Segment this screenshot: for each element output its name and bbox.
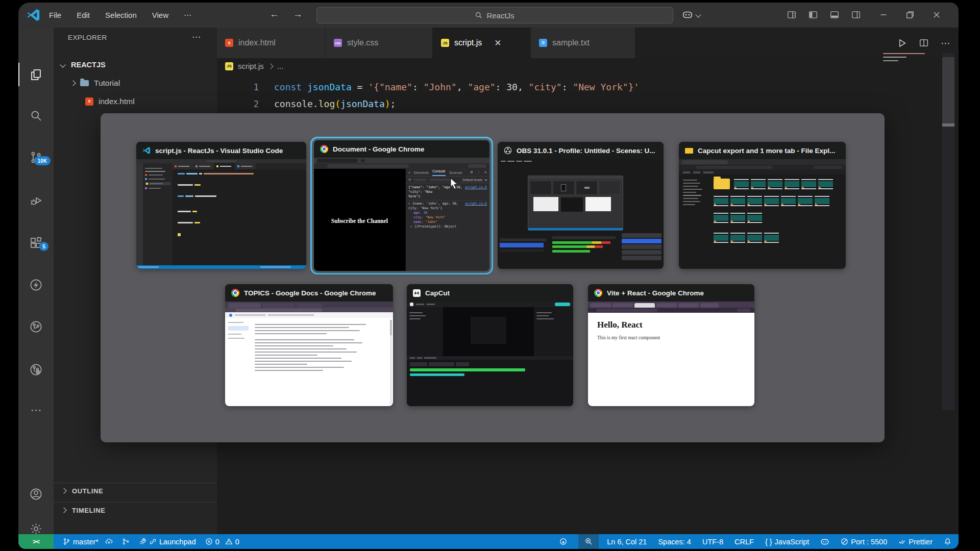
- subscribe-text: Subscribe the Channel: [314, 218, 405, 224]
- menu-view[interactable]: View: [152, 11, 168, 19]
- switcher-window-vscode[interactable]: script.js - ReactJs - Visual Studio Code: [136, 142, 306, 269]
- tree-root-reactjs[interactable]: REACTJS: [54, 57, 217, 72]
- folder-icon: [80, 80, 89, 86]
- switcher-window-vite-react[interactable]: Vite + React - Google Chrome Hello, Reac…: [588, 284, 754, 406]
- breadcrumb[interactable]: JS script.js ...: [217, 58, 283, 74]
- switcher-window-file-explorer[interactable]: Capcut export and 1 more tab - File Expl…: [679, 142, 846, 269]
- explorer-more-icon[interactable]: ⋯: [192, 32, 201, 42]
- html-file-icon: 5: [225, 39, 233, 47]
- problems-item[interactable]: 0 0: [205, 538, 239, 546]
- language-mode[interactable]: { } JavaScript: [765, 538, 809, 546]
- customize-layout-icon[interactable]: [787, 10, 796, 19]
- window-title: TOPICS - Google Docs - Google Chrome: [244, 289, 376, 297]
- command-center-search[interactable]: ReactJs: [316, 7, 673, 23]
- notifications-item[interactable]: [944, 538, 951, 545]
- extensions-badge: 5: [39, 242, 48, 251]
- account-icon[interactable]: [18, 481, 54, 507]
- close-icon[interactable]: [932, 10, 941, 19]
- obs-window-preview: [498, 159, 664, 269]
- prettier-status[interactable]: Prettier: [898, 538, 933, 546]
- txt-file-icon: ☰: [539, 39, 547, 47]
- back-arrow-icon[interactable]: ←: [270, 9, 279, 20]
- switcher-window-obs[interactable]: OBS 31.0.1 - Profile: Untitled - Scenes:…: [498, 142, 664, 269]
- live-server-port[interactable]: Port : 5500: [841, 538, 887, 546]
- tab-style-css[interactable]: cssstyle.css: [326, 28, 433, 58]
- launchpad-item[interactable]: Launchpad: [139, 538, 196, 546]
- toggle-sidebar-icon[interactable]: [808, 10, 818, 19]
- forward-arrow-icon[interactable]: →: [293, 9, 303, 20]
- obs-icon: [504, 146, 512, 155]
- indentation[interactable]: Spaces: 4: [658, 538, 691, 546]
- search-icon: [475, 12, 482, 19]
- git-graph-icon[interactable]: [18, 356, 54, 383]
- code-line-1: 1const jsonData = '{"name": "John", "age…: [217, 79, 938, 95]
- devtools-tab-console[interactable]: Console: [432, 169, 446, 176]
- switcher-window-capcut[interactable]: CapCut: [407, 284, 573, 406]
- editor-scrollbar[interactable]: [942, 53, 954, 410]
- tab-sample-txt[interactable]: ☰sample.txt: [531, 28, 635, 58]
- vscode-logo-icon: [27, 8, 40, 22]
- tab-index-html[interactable]: 5index.html: [217, 28, 326, 58]
- devtools-levels[interactable]: Default levels: [462, 178, 482, 182]
- switcher-window-chrome-document[interactable]: Document - Google Chrome Subscribe the C…: [314, 140, 489, 271]
- screencast-item[interactable]: [559, 538, 567, 545]
- eol-sequence[interactable]: CRLF: [734, 538, 754, 546]
- devtools-tab-elements[interactable]: Elements: [414, 171, 429, 174]
- window-title: Document - Google Chrome: [333, 145, 424, 153]
- toggle-secondary-sidebar-icon[interactable]: [851, 10, 861, 19]
- tab-script-js[interactable]: JSscript.js ✕: [433, 28, 531, 58]
- devtools-tab-sources[interactable]: Sources: [449, 171, 462, 174]
- menu-more-icon[interactable]: ⋯: [184, 11, 191, 20]
- cursor-position[interactable]: Ln 6, Col 21: [607, 538, 647, 546]
- chevron-down-icon: [60, 62, 65, 67]
- rocket-icon: [139, 538, 146, 545]
- menu-file[interactable]: File: [49, 11, 61, 19]
- copilot-menu[interactable]: [682, 9, 700, 20]
- tree-item-index-html[interactable]: 5 index.html: [54, 93, 217, 110]
- editor-more-icon[interactable]: ⋯: [941, 37, 950, 49]
- remote-indicator[interactable]: ><: [18, 534, 54, 549]
- search-sidebar-icon[interactable]: [18, 102, 54, 129]
- toggle-panel-icon[interactable]: [830, 10, 839, 19]
- minimize-icon[interactable]: [879, 10, 888, 19]
- tab-close-icon[interactable]: ✕: [494, 38, 501, 48]
- run-button-icon[interactable]: [897, 38, 907, 48]
- explorer-icon[interactable]: [18, 61, 54, 88]
- chrome-icon: [231, 289, 239, 297]
- window-title: OBS 31.0.1 - Profile: Untitled - Scenes:…: [517, 147, 655, 155]
- live-share-icon[interactable]: [18, 313, 54, 340]
- zoom-in-icon: [585, 538, 593, 545]
- link-icon: [149, 538, 157, 545]
- vite-heading: Hello, React: [597, 320, 745, 330]
- scm-badge: 10K: [34, 156, 51, 165]
- more-views-icon[interactable]: ⋯: [18, 397, 54, 423]
- run-debug-icon[interactable]: [18, 187, 54, 213]
- extensions-icon[interactable]: 5: [18, 230, 54, 256]
- window-title: Capcut export and 1 more tab - File Expl…: [698, 147, 835, 155]
- encoding[interactable]: UTF-8: [702, 538, 723, 546]
- timeline-panel-header[interactable]: TIMELINE: [54, 502, 217, 518]
- menu-edit[interactable]: Edit: [77, 11, 90, 19]
- chrome-page-black: Subscribe the Channel: [314, 169, 405, 271]
- source-control-icon[interactable]: 10K: [18, 144, 54, 170]
- split-editor-icon[interactable]: [919, 38, 928, 47]
- menu-selection[interactable]: Selection: [105, 11, 137, 19]
- double-check-icon: [898, 538, 906, 545]
- tree-item-tutorial[interactable]: Tutorial: [54, 74, 217, 91]
- branch-icon: [63, 538, 70, 545]
- chevron-right-icon: [61, 507, 66, 513]
- git-branch-item[interactable]: master*: [63, 538, 113, 546]
- cloud-upload-icon: [105, 538, 113, 545]
- minimap: [883, 53, 930, 64]
- restore-icon[interactable]: [905, 10, 915, 19]
- outline-panel-header[interactable]: OUTLINE: [54, 483, 217, 498]
- docs-window-preview: [225, 302, 393, 406]
- chrome-icon: [594, 289, 602, 297]
- zoom-indicator[interactable]: [578, 534, 599, 549]
- git-actions-item[interactable]: [122, 538, 130, 545]
- copilot-status[interactable]: [820, 537, 829, 546]
- switcher-window-google-docs[interactable]: TOPICS - Google Docs - Google Chrome: [225, 284, 393, 406]
- sidebar-title: EXPLORER: [68, 34, 107, 41]
- vscode-icon: [142, 146, 151, 155]
- thunder-client-icon[interactable]: [18, 271, 54, 298]
